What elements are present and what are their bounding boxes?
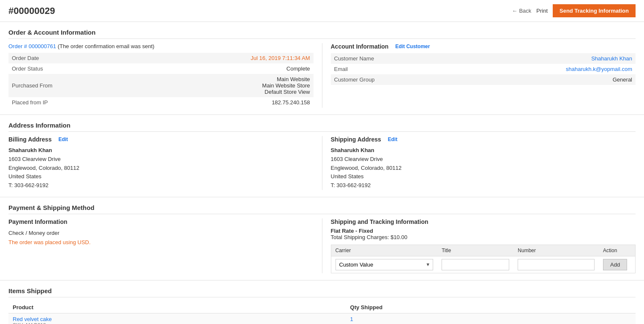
account-info-table: Customer Name Shaharukh Khan Email shaha… [331, 53, 636, 85]
add-tracking-button[interactable]: Add [603, 259, 627, 270]
carrier-dropdown-icon: ▼ [423, 262, 433, 267]
product-col-header: Product [8, 302, 346, 313]
shipping-tracking-column: Shipping and Tracking Information Flat R… [322, 218, 636, 273]
shipping-charges-value: $10.00 [390, 234, 407, 240]
tracking-table: Carrier Title Number Action Custom Value… [331, 245, 636, 273]
shipping-phone: T: 303-662-9192 [331, 181, 636, 190]
items-shipped-section: Items Shipped Product Qty Shipped Red ve… [0, 280, 644, 324]
title-col-header: Title [437, 245, 513, 256]
email-row: Email shaharukh.k@yopmail.com [331, 64, 636, 74]
order-date-value: Jul 16, 2019 7:11:34 AM [76, 53, 314, 63]
account-info-header: Account Information Edit Customer [331, 43, 636, 50]
billing-address-column: Billing Address Edit Shaharukh Khan 1603… [8, 136, 322, 190]
customer-name-row: Customer Name Shaharukh Khan [331, 53, 636, 64]
order-status-label: Order Status [8, 63, 76, 74]
billing-street: 1603 Clearview Drive [8, 155, 314, 164]
order-confirmation-text: (The order confirmation email was sent) [57, 43, 154, 49]
shipping-name: Shaharukh Khan [331, 146, 636, 155]
order-account-title: Order & Account Information [8, 29, 636, 39]
tracking-number-input[interactable] [518, 259, 595, 270]
payment-shipping-columns: Payment Information Check / Money order … [8, 218, 636, 273]
table-row: Red velvet cake SKU: MAG018 1 [8, 313, 636, 324]
shipping-charges: Total Shipping Charges: $10.00 [331, 234, 636, 240]
email-label: Email [331, 64, 398, 74]
placed-ip-row: Placed from IP 182.75.240.158 [8, 97, 314, 108]
page-title: #00000029 [8, 5, 55, 16]
print-button[interactable]: Print [536, 8, 548, 14]
customer-group-row: Customer Group General [331, 74, 636, 85]
billing-phone: T: 303-662-9192 [8, 181, 314, 190]
placed-ip-label: Placed from IP [8, 97, 76, 108]
address-section-title: Address Information [8, 122, 636, 132]
customer-name-label: Customer Name [331, 53, 398, 64]
shipping-charges-label: Total Shipping Charges: [331, 234, 389, 240]
payment-info-header: Payment Information [8, 218, 314, 225]
payment-method: Check / Money order [8, 229, 314, 238]
header-actions: ← Back Print Send Tracking Information [512, 4, 636, 17]
shipping-address-header: Shipping Address Edit [331, 136, 636, 143]
tracking-header-row: Carrier Title Number Action [331, 245, 636, 256]
qty-col-header: Qty Shipped [346, 302, 636, 313]
item-sku: SKU: MAG018 [13, 322, 342, 324]
edit-billing-link[interactable]: Edit [58, 136, 68, 142]
shipping-street: 1603 Clearview Drive [331, 155, 636, 164]
item-qty-value: 1 [350, 316, 353, 322]
item-product-cell: Red velvet cake SKU: MAG018 [8, 313, 346, 324]
action-cell: Add [599, 256, 635, 273]
order-number-row: Order # 000000761 (The order confirmatio… [8, 43, 314, 49]
payment-column: Payment Information Check / Money order … [8, 218, 322, 273]
carrier-cell: Custom Value UPS USPS FedEx DHL ▼ [331, 256, 437, 273]
shipping-tracking-header: Shipping and Tracking Information [331, 218, 636, 225]
billing-city-state: Englewood, Colorado, 80112 [8, 164, 314, 173]
purchased-from-label: Purchased From [8, 74, 76, 97]
billing-address-block: Shaharukh Khan 1603 Clearview Drive Engl… [8, 146, 314, 190]
items-tbody: Red velvet cake SKU: MAG018 1 Id cards S… [8, 313, 636, 324]
shipping-country: United States [331, 172, 636, 181]
purchased-from-value: Main WebsiteMain Website StoreDefault St… [76, 74, 314, 97]
address-section: Address Information Billing Address Edit… [0, 115, 644, 197]
payment-info-block: Check / Money order The order was placed… [8, 229, 314, 247]
order-date-row: Order Date Jul 16, 2019 7:11:34 AM [8, 53, 314, 63]
order-status-row: Order Status Complete [8, 63, 314, 74]
order-info-table: Order Date Jul 16, 2019 7:11:34 AM Order… [8, 53, 314, 108]
item-qty-cell: 1 [346, 313, 636, 324]
action-col-header: Action [599, 245, 635, 256]
customer-group-label: Customer Group [331, 74, 398, 85]
number-col-header: Number [513, 245, 599, 256]
payment-shipping-section: Payment & Shipping Method Payment Inform… [0, 197, 644, 280]
carrier-select[interactable]: Custom Value UPS USPS FedEx DHL [336, 259, 423, 270]
customer-name-value: Shaharukh Khan [398, 53, 636, 64]
title-cell [437, 256, 513, 273]
shipping-address-block: Shaharukh Khan 1603 Clearview Drive Engl… [331, 146, 636, 190]
carrier-select-wrapper: Custom Value UPS USPS FedEx DHL ▼ [336, 259, 434, 270]
send-tracking-button[interactable]: Send Tracking Information [553, 4, 636, 17]
order-status-value: Complete [76, 63, 314, 74]
number-cell [513, 256, 599, 273]
back-arrow-icon: ← [512, 8, 517, 14]
address-columns: Billing Address Edit Shaharukh Khan 1603… [8, 136, 636, 190]
payment-shipping-title: Payment & Shipping Method [8, 204, 636, 214]
customer-group-value: General [398, 74, 636, 85]
order-info-column: Order # 000000761 (The order confirmatio… [8, 43, 322, 108]
order-number-link[interactable]: Order # 000000761 [8, 43, 56, 49]
payment-note: The order was placed using USD. [8, 238, 314, 247]
edit-shipping-link[interactable]: Edit [388, 136, 398, 142]
items-shipped-title: Items Shipped [8, 287, 636, 297]
carrier-col-header: Carrier [331, 245, 437, 256]
placed-ip-value: 182.75.240.158 [76, 97, 314, 108]
back-button[interactable]: ← Back [512, 8, 531, 14]
shipping-rate: Flat Rate - Fixed [331, 228, 636, 234]
tracking-title-input[interactable] [442, 259, 509, 270]
shipping-address-column: Shipping Address Edit Shaharukh Khan 160… [322, 136, 636, 190]
page-header: #00000029 ← Back Print Send Tracking Inf… [0, 0, 644, 22]
order-date-label: Order Date [8, 53, 76, 63]
order-account-columns: Order # 000000761 (The order confirmatio… [8, 43, 636, 108]
items-table: Product Qty Shipped Red velvet cake SKU:… [8, 302, 636, 324]
billing-address-header: Billing Address Edit [8, 136, 314, 143]
billing-country: United States [8, 172, 314, 181]
edit-customer-link[interactable]: Edit Customer [395, 44, 430, 49]
account-info-column: Account Information Edit Customer Custom… [322, 43, 636, 108]
billing-name: Shaharukh Khan [8, 146, 314, 155]
email-value: shaharukh.k@yopmail.com [398, 64, 636, 74]
item-name-link[interactable]: Red velvet cake [13, 316, 52, 322]
